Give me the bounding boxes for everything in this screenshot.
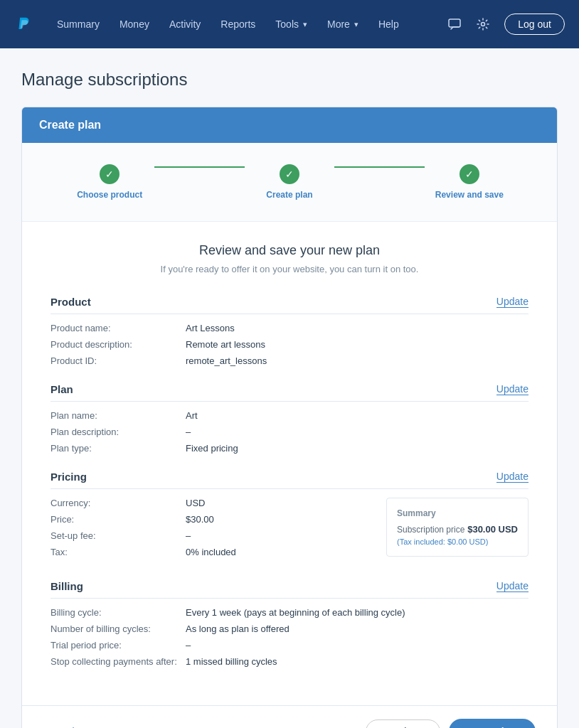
setup-fee-row: Set-up fee: – xyxy=(51,530,372,541)
currency-value: USD xyxy=(186,498,205,508)
billing-cycle-row: Billing cycle: Every 1 week (pays at beg… xyxy=(51,607,528,618)
pricing-summary-box: Summary Subscription price $30.00 USD (T… xyxy=(386,498,528,557)
card-footer: Cancel Previous Save Plan xyxy=(22,705,557,728)
previous-button[interactable]: Previous xyxy=(366,719,440,728)
stop-collecting-row: Stop collecting payments after: 1 missed… xyxy=(51,656,528,667)
nav-summary[interactable]: Summary xyxy=(48,13,108,36)
setup-fee-value: – xyxy=(186,530,191,541)
step-1-circle: ✓ xyxy=(100,164,119,184)
product-id-row: Product ID: remote_art_lessons xyxy=(51,355,528,366)
card-header: Create plan xyxy=(22,107,557,143)
summary-tax-note: (Tax included: $0.00 USD) xyxy=(397,537,518,546)
plan-desc-value: – xyxy=(186,427,191,437)
page-title: Manage subscriptions xyxy=(21,70,558,90)
pricing-left: Currency: USD Price: $30.00 Set-up fee: … xyxy=(51,498,372,563)
tax-row: Tax: 0% included xyxy=(51,547,372,557)
card-content: Review and save your new plan If you're … xyxy=(22,222,557,705)
trial-period-label: Trial period price: xyxy=(51,640,186,651)
pricing-section: Pricing Update Currency: USD Price: $30.… xyxy=(51,471,528,563)
step-2-circle: ✓ xyxy=(280,164,299,184)
currency-label: Currency: xyxy=(51,498,186,508)
plan-name-row: Plan name: Art xyxy=(51,410,528,421)
footer-right: Previous Save Plan xyxy=(366,719,536,728)
logout-button[interactable]: Log out xyxy=(504,14,565,35)
summary-price-value: $30.00 USD xyxy=(467,524,518,535)
stop-collecting-label: Stop collecting payments after: xyxy=(51,656,186,667)
currency-row: Currency: USD xyxy=(51,498,372,508)
setup-fee-label: Set-up fee: xyxy=(51,530,186,541)
tax-label: Tax: xyxy=(51,547,186,557)
nav-reports[interactable]: Reports xyxy=(212,13,264,36)
summary-price-label: Subscription price xyxy=(397,525,464,535)
billing-section: Billing Update Billing cycle: Every 1 we… xyxy=(51,580,528,667)
content-title: Review and save your new plan xyxy=(51,243,528,258)
product-section-title: Product xyxy=(51,296,91,308)
card-header-title: Create plan xyxy=(39,119,101,131)
trial-period-row: Trial period price: – xyxy=(51,640,528,651)
product-section-header: Product Update xyxy=(51,296,528,314)
step-line-2 xyxy=(334,166,424,168)
tools-chevron-icon: ▾ xyxy=(303,20,307,29)
plan-type-label: Plan type: xyxy=(51,443,186,454)
product-desc-row: Product description: Remote art lessons xyxy=(51,339,528,350)
plan-section: Plan Update Plan name: Art Plan descript… xyxy=(51,383,528,454)
step-choose-product: ✓ Choose product xyxy=(65,164,154,200)
more-chevron-icon: ▾ xyxy=(354,20,358,29)
stepper: ✓ Choose product ✓ Create plan ✓ Review … xyxy=(22,143,557,222)
nav-more[interactable]: More▾ xyxy=(319,13,367,36)
product-section: Product Update Product name: Art Lessons… xyxy=(51,296,528,366)
chat-icon-button[interactable] xyxy=(442,11,467,37)
svg-point-1 xyxy=(482,23,485,26)
plan-section-header: Plan Update xyxy=(51,383,528,402)
pricing-grid: Currency: USD Price: $30.00 Set-up fee: … xyxy=(51,498,528,563)
pricing-section-header: Pricing Update xyxy=(51,471,528,489)
product-name-row: Product name: Art Lessons xyxy=(51,323,528,333)
settings-icon-button[interactable] xyxy=(470,11,496,37)
billing-cycle-value: Every 1 week (pays at beginning of each … xyxy=(186,607,405,618)
trial-period-value: – xyxy=(186,640,191,651)
summary-price-row: Subscription price $30.00 USD xyxy=(397,524,518,535)
product-id-value: remote_art_lessons xyxy=(186,355,267,366)
step-2-label: Create plan xyxy=(266,190,312,200)
pricing-section-title: Pricing xyxy=(51,471,87,483)
product-desc-label: Product description: xyxy=(51,339,186,350)
summary-title: Summary xyxy=(397,508,518,518)
step-3-label: Review and save xyxy=(435,190,504,200)
product-id-label: Product ID: xyxy=(51,355,186,366)
nav-tools[interactable]: Tools▾ xyxy=(267,13,316,36)
product-update-link[interactable]: Update xyxy=(496,296,528,308)
billing-cycles-count-label: Number of billing cycles: xyxy=(51,623,186,634)
create-plan-card: Create plan ✓ Choose product ✓ Create pl… xyxy=(21,107,558,728)
step-3-circle: ✓ xyxy=(460,164,479,184)
save-plan-button[interactable]: Save Plan xyxy=(449,719,536,728)
step-create-plan: ✓ Create plan xyxy=(245,164,334,200)
tax-value: 0% included xyxy=(186,547,236,557)
price-value: $30.00 xyxy=(186,514,214,525)
billing-update-link[interactable]: Update xyxy=(496,580,528,592)
billing-cycle-label: Billing cycle: xyxy=(51,607,186,618)
plan-desc-row: Plan description: – xyxy=(51,427,528,437)
stop-collecting-value: 1 missed billing cycles xyxy=(186,656,277,667)
nav-help[interactable]: Help xyxy=(370,13,408,36)
price-label: Price: xyxy=(51,514,186,525)
plan-desc-label: Plan description: xyxy=(51,427,186,437)
paypal-logo xyxy=(14,14,34,34)
billing-cycles-count-row: Number of billing cycles: As long as pla… xyxy=(51,623,528,634)
pricing-update-link[interactable]: Update xyxy=(496,471,528,483)
nav-activity[interactable]: Activity xyxy=(161,13,209,36)
step-1-label: Choose product xyxy=(77,190,142,200)
plan-update-link[interactable]: Update xyxy=(496,383,528,395)
svg-rect-0 xyxy=(449,19,460,27)
billing-section-title: Billing xyxy=(51,580,83,592)
plan-type-value: Fixed pricing xyxy=(186,443,238,454)
step-review-save: ✓ Review and save xyxy=(425,164,514,200)
step-line-1 xyxy=(154,166,244,168)
plan-name-label: Plan name: xyxy=(51,410,186,421)
plan-type-row: Plan type: Fixed pricing xyxy=(51,443,528,454)
page-content: Manage subscriptions Create plan ✓ Choos… xyxy=(0,48,579,728)
price-row: Price: $30.00 xyxy=(51,514,372,525)
nav-money[interactable]: Money xyxy=(111,13,158,36)
product-name-value: Art Lessons xyxy=(186,323,235,333)
billing-section-header: Billing Update xyxy=(51,580,528,599)
billing-cycles-count-value: As long as plan is offered xyxy=(186,623,290,634)
